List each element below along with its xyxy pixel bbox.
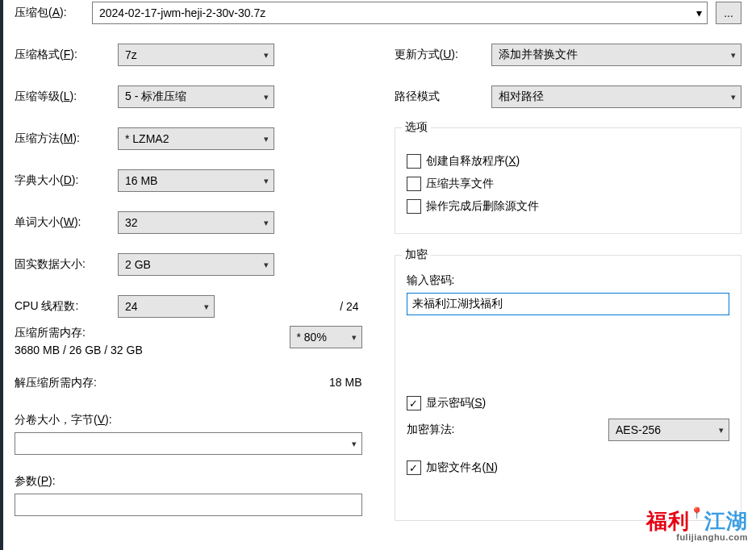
- param-label: 参数(P):: [15, 474, 362, 489]
- showpwd-label: 显示密码(S): [426, 396, 487, 410]
- chevron-down-icon: ▾: [264, 92, 269, 102]
- sfx-checkbox[interactable]: [407, 154, 421, 169]
- memdecomp-value: 18 MB: [329, 376, 361, 390]
- chevron-down-icon: ▾: [731, 50, 736, 60]
- cpu-label: CPU 线程数:: [15, 299, 118, 314]
- solid-select[interactable]: 2 GB▾: [118, 253, 274, 276]
- archive-path-combo[interactable]: 2024-02-17-jwm-heji-2-30v-30.7z ▾: [92, 2, 708, 24]
- chevron-down-icon: ▾: [204, 302, 209, 312]
- delete-label: 操作完成后删除源文件: [426, 199, 539, 214]
- word-select[interactable]: 32▾: [118, 211, 274, 234]
- solid-label: 固实数据大小:: [15, 257, 118, 272]
- cpu-select[interactable]: 24▾: [118, 295, 215, 318]
- chevron-down-icon: ▾: [352, 439, 357, 449]
- word-label: 单词大小(W):: [15, 215, 118, 230]
- chevron-down-icon: ▾: [731, 92, 736, 102]
- vol-select[interactable]: ▾: [15, 432, 362, 455]
- pathmode-label: 路径模式: [395, 90, 491, 104]
- cpu-total-label: / 24: [325, 300, 362, 313]
- memcomp-value: 3680 MB / 26 GB / 32 GB: [15, 344, 143, 356]
- format-label: 压缩格式(F):: [15, 48, 118, 62]
- showpwd-checkbox[interactable]: [407, 396, 421, 410]
- watermark-logo: 福利📍江湖 fulijianghu.com: [646, 507, 748, 542]
- archive-label: 压缩包(A):: [15, 6, 84, 20]
- encname-label: 加密文件名(N): [426, 460, 498, 475]
- password-label: 输入密码:: [407, 273, 730, 288]
- encryption-group: 加密 输入密码: 显示密码(S) 加密算法: AES-256▾ 加密文件名(N): [395, 255, 742, 521]
- chevron-down-icon: ▾: [264, 260, 269, 270]
- pathmode-select[interactable]: 相对路径▾: [491, 85, 742, 108]
- chevron-down-icon: ▾: [352, 332, 357, 343]
- browse-button[interactable]: ...: [716, 2, 741, 24]
- dict-select[interactable]: 16 MB▾: [118, 169, 274, 192]
- options-legend: 选项: [402, 120, 431, 135]
- memcomp-label: 压缩所需内存:: [15, 326, 143, 340]
- memdecomp-label: 解压缩所需内存:: [15, 376, 97, 390]
- encmethod-label: 加密算法:: [407, 423, 609, 437]
- chevron-down-icon: ▾: [264, 176, 269, 186]
- param-input[interactable]: [15, 494, 362, 516]
- dict-label: 字典大小(D):: [15, 173, 118, 188]
- chevron-down-icon: ▾: [264, 218, 269, 228]
- encname-checkbox[interactable]: [407, 460, 421, 475]
- sfx-label: 创建自释放程序(X): [426, 154, 520, 169]
- options-group: 选项 创建自释放程序(X) 压缩共享文件 操作完成后删除源文件: [395, 127, 742, 234]
- password-input[interactable]: [407, 293, 730, 315]
- level-label: 压缩等级(L):: [15, 90, 118, 104]
- method-select[interactable]: * LZMA2▾: [118, 127, 274, 150]
- chevron-down-icon: ▾: [264, 50, 269, 60]
- chevron-down-icon: ▾: [696, 6, 702, 19]
- level-select[interactable]: 5 - 标准压缩▾: [118, 85, 274, 108]
- encryption-legend: 加密: [402, 248, 431, 262]
- encmethod-select[interactable]: AES-256▾: [608, 419, 729, 441]
- format-select[interactable]: 7z▾: [118, 44, 274, 66]
- chevron-down-icon: ▾: [719, 425, 724, 435]
- shared-checkbox[interactable]: [407, 177, 421, 191]
- mempct-select[interactable]: * 80%▾: [290, 326, 362, 348]
- chevron-down-icon: ▾: [264, 134, 269, 144]
- shared-label: 压缩共享文件: [426, 177, 494, 191]
- vol-label: 分卷大小，字节(V):: [15, 413, 362, 427]
- method-label: 压缩方法(M):: [15, 131, 118, 146]
- update-select[interactable]: 添加并替换文件▾: [491, 44, 742, 66]
- update-label: 更新方式(U):: [395, 48, 491, 62]
- delete-checkbox[interactable]: [407, 199, 421, 214]
